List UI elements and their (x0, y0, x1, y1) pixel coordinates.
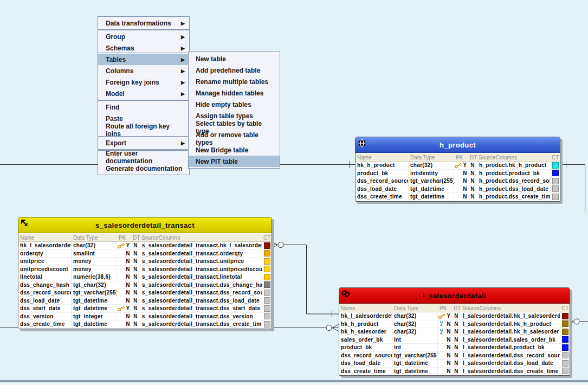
submenu-item-new-pit-table[interactable]: New PIT table (189, 156, 280, 167)
column-type-swatch (264, 266, 270, 272)
table-row[interactable]: dss_create_timetgt_datetimeNNs_salesorde… (18, 320, 272, 329)
blue-key-icon (439, 329, 444, 335)
col-header-name: Name (339, 305, 392, 311)
table-row[interactable]: orderqtysmallintNNs_salesorderdetail_tra… (18, 250, 272, 258)
table-row[interactable]: dss_create_timetgt_datetimeNNl_salesorde… (339, 368, 570, 376)
dt-flag: N (468, 186, 477, 192)
column-type-swatch (552, 194, 559, 200)
context-menu-section: Data transformations▶ (98, 16, 190, 30)
context-menu-section: Tables▶Columns▶Foreign key joins▶Model▶ (98, 53, 190, 100)
table-row[interactable]: dss_create_timetgt_datetimeNNh_product.d… (356, 193, 560, 201)
table-row[interactable]: dss_start_datetgt_datetimeYNs_salesorder… (18, 305, 272, 313)
entity-table-h-product[interactable]: h_product NameData TypePKDTSourceColumns… (355, 137, 560, 202)
column-name: hk_h_product (339, 320, 392, 328)
menu-item-route-all-foreign-key-joins[interactable]: Route all foreign key joins (98, 124, 189, 136)
table-title-bar[interactable]: s_salesorderdetail_transact (18, 217, 272, 233)
table-title-bar[interactable]: h_product (356, 137, 560, 153)
table-row[interactable]: hk_h_productchar(32)YNh_product.hk_h_pro… (356, 162, 560, 170)
source-column: s_salesorderdetail_transact.orderqty (140, 251, 262, 256)
menu-item-enter-user-documentation[interactable]: Enter user documentation (98, 151, 189, 163)
source-column: l_salesorderdetail.dss_create_time (461, 368, 560, 374)
submenu-arrow-icon: ▶ (181, 140, 185, 146)
table-row[interactable]: dss_record_sourcetgt_varchar(255)NNl_sal… (339, 352, 570, 360)
table-row[interactable]: sales_order_bkintNNl_salesorderdetail.sa… (339, 336, 570, 344)
column-type-swatch (562, 320, 568, 327)
menu-item-generate-documentation[interactable]: Generate documentation (98, 163, 189, 174)
table-row[interactable]: unitpricemoneyNNs_salesorderdetail_trans… (18, 258, 272, 266)
submenu-item-manage-hidden-tables[interactable]: Manage hidden tables (189, 87, 280, 99)
menu-item-tables[interactable]: Tables▶ (98, 54, 189, 65)
dt-flag: N (468, 170, 477, 176)
table-row[interactable]: hk_l_salesorderdetaichar(32)YNl_salesord… (339, 312, 570, 320)
column-datatype: tgt_datetime (72, 320, 117, 328)
col-header-pk: PK (117, 235, 131, 241)
column-datatype: tgt_varchar(255) (392, 352, 438, 360)
table-row[interactable]: dss_load_datetgt_datetimeNNl_salesorderd… (339, 360, 570, 368)
tables-submenu: New tableAdd predefined tableRename mult… (188, 52, 280, 169)
column-datatype: tgt_datetime (392, 368, 438, 375)
column-name: dss_load_date (356, 185, 409, 193)
table-rows: hk_l_salesorderdetaichar(32)YNs_salesord… (18, 242, 272, 329)
source-column: s_salesorderdetail_transact.linetotal (140, 274, 262, 280)
column-type-swatch (264, 258, 270, 265)
menu-item-export[interactable]: Export▶ (98, 137, 189, 149)
column-name: dss_load_date (18, 297, 72, 305)
dt-flag: N (131, 274, 140, 280)
source-column: s_salesorderdetail_transact.unitpricedis… (140, 266, 262, 272)
submenu-arrow-icon: ▶ (181, 80, 185, 85)
table-row[interactable]: dss_load_datetgt_datetimeNNh_product.dss… (356, 185, 560, 194)
table-row[interactable]: dss_load_datetgt_datetimeNNs_salesorderd… (18, 297, 272, 305)
column-type-swatch (562, 360, 568, 367)
column-headers: NameData TypePKDTSourceColumnsCT (339, 304, 570, 312)
pk-flag: Y (462, 162, 468, 168)
submenu-item-rename-multiple-tables[interactable]: Rename multiple tables (189, 76, 280, 87)
table-row[interactable]: unitpricediscountmoneyNNs_salesorderdeta… (18, 266, 272, 274)
column-datatype: char(32) (409, 162, 454, 169)
source-column: s_salesorderdetail_transact.hk_l_salesor… (140, 242, 262, 248)
menu-item-find[interactable]: Find (98, 101, 189, 113)
submenu-item-add-predefined-table[interactable]: Add predefined table (189, 65, 280, 76)
submenu-arrow-icon: ▶ (181, 46, 185, 51)
model-canvas[interactable]: h_product NameData TypePKDTSourceColumns… (0, 0, 588, 385)
table-row[interactable]: dss_record_sourcetgt_varchar(255)NNh_pro… (356, 177, 560, 185)
table-row[interactable]: product_bkintNNl_salesorderdetail.produc… (339, 344, 570, 352)
menu-item-columns[interactable]: Columns▶ (98, 65, 189, 76)
submenu-item-new-table[interactable]: New table (189, 53, 280, 65)
dt-flag: N (131, 282, 140, 288)
menu-item-foreign-key-joins[interactable]: Foreign key joins▶ (98, 76, 189, 88)
col-header-name: Name (356, 155, 409, 161)
table-row[interactable]: hk_h_productchar(32)NNl_salesorderdetail… (339, 320, 570, 329)
submenu-item-add-or-remove-table-types[interactable]: Add or remove table types (189, 133, 280, 144)
table-row[interactable]: dss_record_sourcetgt_varchar(255)NNs_sal… (18, 289, 272, 297)
column-type-swatch (562, 336, 568, 343)
menu-item-data-transformations[interactable]: Data transformations▶ (98, 17, 189, 29)
source-column: s_salesorderdetail_transact.dss_version (140, 313, 262, 319)
submenu-item-hide-empty-tables[interactable]: Hide empty tables (189, 99, 280, 110)
column-type-swatch (552, 178, 559, 184)
table-title-bar[interactable]: l_salesorderdetail (339, 288, 570, 304)
table-row[interactable]: hk_l_salesorderdetaichar(32)YNs_salesord… (18, 242, 272, 250)
col-header-ct: CT (262, 235, 272, 241)
table-row[interactable]: dss_versiontgt_integerNNs_salesorderdeta… (18, 313, 272, 321)
menu-item-group[interactable]: Group▶ (98, 31, 189, 42)
pk-flag: N (445, 368, 452, 374)
context-menu-section: Group▶Schemas▶ (98, 30, 190, 55)
menu-item-model[interactable]: Model▶ (98, 88, 189, 99)
crow-foot (332, 324, 339, 331)
table-row[interactable]: hk_h_salesorderchar(32)NNl_salesorderdet… (339, 328, 570, 336)
pk-flag: N (125, 321, 131, 327)
pk-flag: N (125, 298, 131, 304)
col-header-source: SourceColumns (461, 305, 560, 311)
dt-flag: N (131, 242, 140, 248)
column-datatype: intidentity (409, 170, 454, 177)
col-header-type: Data Type (392, 305, 438, 311)
entity-table-s-salesorderdetail-transact[interactable]: s_salesorderdetail_transact NameData Typ… (18, 217, 272, 329)
table-row[interactable]: dss_change_hashtgt_char(32)NNs_salesorde… (18, 281, 272, 290)
table-row[interactable]: linetotalnumeric(38,6)NNs_salesorderdeta… (18, 273, 272, 281)
menu-item-schemas[interactable]: Schemas▶ (98, 42, 189, 54)
column-datatype: tgt_datetime (72, 305, 117, 312)
entity-table-l-salesorderdetail[interactable]: l_salesorderdetail NameData TypePKDTSour… (339, 287, 570, 376)
table-row[interactable]: product_bkintidentityNNh_product.product… (356, 170, 560, 178)
source-column: l_salesorderdetail.dss_load_date (461, 360, 560, 366)
gold-key-icon (117, 306, 125, 311)
